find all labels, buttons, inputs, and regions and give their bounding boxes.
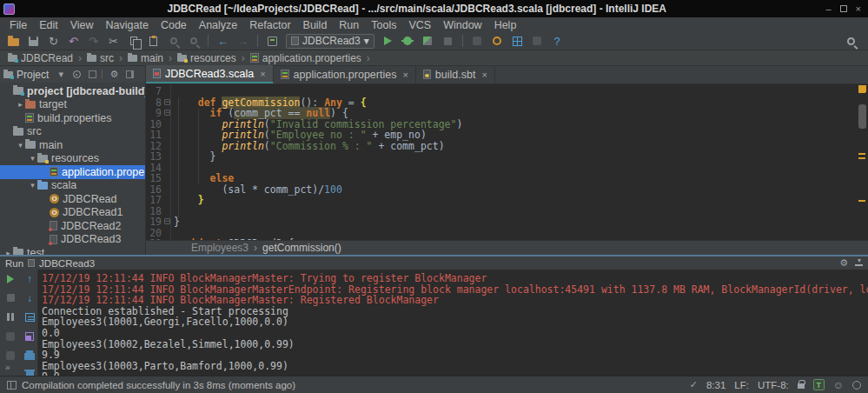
close-tab-icon[interactable]: × <box>260 69 265 79</box>
tree-item-jdbcread[interactable]: OJDBCRead <box>0 192 145 206</box>
tree-expanded-arrow-icon[interactable]: ▾ <box>16 141 25 150</box>
menu-vcs[interactable]: VCS <box>402 19 437 31</box>
menu-run[interactable]: Run <box>333 19 365 31</box>
more-icon[interactable]: » <box>5 363 10 372</box>
project-panel-title[interactable]: Project <box>17 69 49 81</box>
redo-icon[interactable]: ↷ <box>83 32 103 50</box>
debug-button[interactable] <box>398 32 418 50</box>
run-with-coverage-button[interactable] <box>418 32 438 50</box>
fold-marker-icon[interactable]: – <box>164 218 170 224</box>
pause-output-button[interactable] <box>4 311 17 323</box>
menu-refactor[interactable]: Refactor <box>243 19 296 31</box>
forward-icon[interactable]: → <box>233 32 253 50</box>
print-button[interactable] <box>23 350 36 361</box>
open-file-icon[interactable] <box>3 32 23 50</box>
code-editor[interactable]: 78– def getCommission(): Any = {9– if (c… <box>146 84 868 240</box>
settings-gear-icon[interactable]: ⚙ <box>107 68 121 82</box>
gradle-daemon-icon[interactable]: ☺ <box>833 379 844 391</box>
menu-navigate[interactable]: Navigate <box>100 19 155 31</box>
tree-item-src[interactable]: src <box>0 125 145 139</box>
menu-view[interactable]: View <box>64 19 100 31</box>
menu-edit[interactable]: Edit <box>33 19 64 31</box>
cut-icon[interactable]: ✂ <box>103 32 123 50</box>
breadcrumb-method[interactable]: getCommission() <box>262 242 341 254</box>
tree-item-test[interactable]: ▸test <box>0 246 145 255</box>
readonly-lock-icon[interactable] <box>798 383 805 389</box>
exit-button[interactable] <box>4 350 17 361</box>
breadcrumb-item-src[interactable]: src <box>84 52 116 64</box>
run-config-name[interactable]: JDBCRead3 <box>39 258 95 269</box>
run-tab-label[interactable]: Run <box>5 258 23 269</box>
paste-icon[interactable] <box>143 32 163 50</box>
tree-item-main[interactable]: ▾main <box>0 138 145 152</box>
close-button[interactable]: × <box>856 3 861 14</box>
copy-icon[interactable] <box>123 32 143 50</box>
warning-stripe[interactable] <box>858 200 865 202</box>
run-settings-gear-icon[interactable]: ⚙ <box>839 257 848 269</box>
tree-collapsed-arrow-icon[interactable]: ▸ <box>16 100 25 109</box>
tree-item-project-jdbcread-build-[interactable]: project [jdbcread-build]sourc <box>0 84 145 98</box>
help-icon[interactable]: ? <box>547 32 567 50</box>
close-tab-icon[interactable]: × <box>402 70 407 80</box>
breadcrumb-item-application.properties[interactable]: application.properties <box>248 52 364 64</box>
tree-item-target[interactable]: ▸target <box>0 98 145 112</box>
run-configurations-icon[interactable] <box>262 32 282 50</box>
view-dropdown-icon[interactable]: ▾ <box>54 68 68 82</box>
stop-button[interactable] <box>4 292 17 303</box>
warning-stripe[interactable] <box>858 157 865 159</box>
locate-file-icon[interactable] <box>70 68 83 82</box>
caret-position[interactable]: 8:31 <box>706 380 726 390</box>
run-config-combo[interactable]: JDBCRead3▾ <box>286 34 374 49</box>
rerun-button[interactable] <box>4 273 17 284</box>
tree-item-jdbcread2[interactable]: JDBCRead2 <box>0 219 145 233</box>
sbt-shell-icon[interactable] <box>487 32 507 50</box>
scroll-to-end-button[interactable] <box>23 311 36 323</box>
tree-item-build-properties[interactable]: build.properties <box>0 111 145 125</box>
tree-expanded-arrow-icon[interactable]: ▾ <box>28 154 37 163</box>
hide-panel-icon[interactable] <box>123 68 136 82</box>
up-stack-trace-button[interactable]: ↑ <box>23 273 36 284</box>
tree-item-jdbcread3[interactable]: JDBCRead3 <box>0 233 145 247</box>
breadcrumb-item-JDBCRead[interactable]: JDBCRead <box>5 52 76 64</box>
find-icon[interactable] <box>163 32 183 50</box>
minimize-button[interactable]: – <box>825 3 831 14</box>
replace-icon[interactable] <box>183 32 203 50</box>
menu-tools[interactable]: Tools <box>365 19 402 31</box>
breadcrumb-class[interactable]: Employees3 <box>191 242 248 254</box>
menu-window[interactable]: Window <box>437 19 487 31</box>
tab-application-properties[interactable]: application.properties× <box>274 65 416 83</box>
down-stack-trace-button[interactable]: ↓ <box>23 292 36 303</box>
stop-button[interactable] <box>438 32 458 50</box>
tree-item-scala[interactable]: ▾scala <box>0 179 145 193</box>
file-encoding[interactable]: UTF-8: <box>758 380 789 390</box>
run-console-output[interactable]: 17/12/19 12:11:44 INFO BlockManagerMaste… <box>38 270 868 376</box>
warning-stripe[interactable] <box>858 153 865 155</box>
synchronize-icon[interactable]: ↻ <box>43 32 63 50</box>
tree-expanded-arrow-icon[interactable]: ▾ <box>28 181 37 190</box>
notifications-icon[interactable] <box>852 381 861 390</box>
menu-analyze[interactable]: Analyze <box>193 19 243 31</box>
fold-marker-icon[interactable]: – <box>164 99 170 105</box>
line-separator[interactable]: LF: <box>734 380 749 390</box>
editor-scrollbar[interactable] <box>856 84 868 240</box>
tab-build-sbt[interactable]: build.sbt× <box>416 65 495 83</box>
tree-item-jdbcread1[interactable]: OJDBCRead1 <box>0 206 145 220</box>
search-everywhere-icon[interactable] <box>841 32 861 50</box>
inspections-check-icon[interactable]: ✓ <box>690 379 698 390</box>
toolwindow-switcher-icon[interactable] <box>7 381 17 390</box>
hide-run-panel-icon[interactable] <box>855 260 863 266</box>
tree-item-application-properties[interactable]: application.properties <box>0 165 145 179</box>
collapse-all-icon[interactable] <box>85 68 99 82</box>
close-tab-icon[interactable]: × <box>481 70 487 80</box>
tree-item-resources[interactable]: ▾resources <box>0 152 145 166</box>
breadcrumb-item-main[interactable]: main <box>125 52 166 64</box>
breadcrumb-item-resources[interactable]: resources <box>175 52 239 64</box>
menu-build[interactable]: Build <box>297 19 334 31</box>
undo-icon[interactable]: ↶ <box>63 32 83 50</box>
tree-collapsed-arrow-icon[interactable]: ▸ <box>3 249 13 255</box>
restore-layout-button[interactable] <box>23 330 36 342</box>
type-aware-highlighting-icon[interactable]: T <box>813 379 825 390</box>
run-button[interactable] <box>378 32 398 50</box>
back-icon[interactable]: ← <box>213 32 233 50</box>
menu-file[interactable]: File <box>3 19 33 31</box>
